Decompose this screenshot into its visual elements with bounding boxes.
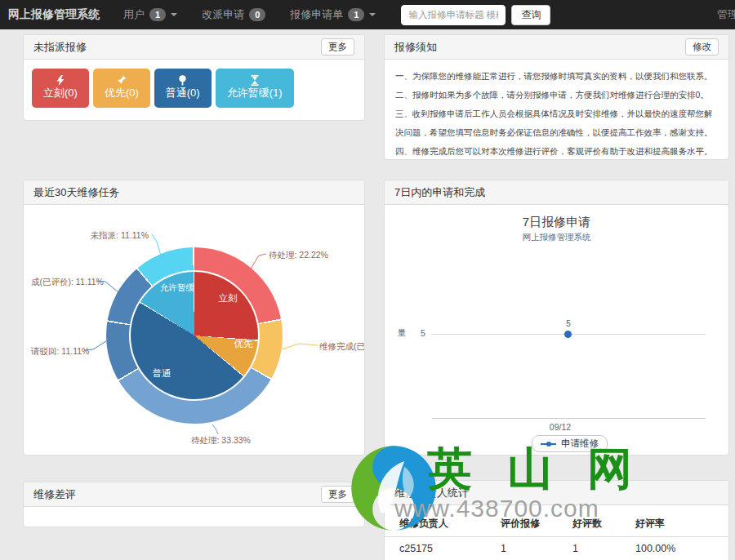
tile-allow-delay[interactable]: 允许暂缓(1) <box>216 69 294 108</box>
chart-subtitle: 网上报修管理系统 <box>385 232 728 243</box>
panel-header: 维修差评 更多 <box>24 482 364 507</box>
panel-title: 未指派报修 <box>33 40 87 55</box>
legend-line-marker-icon <box>541 440 556 447</box>
notice-line: 三、收到报修申请后工作人员会根据具体情况及时安排维修，并以最快的速度帮您解决问题… <box>395 104 718 142</box>
column-header: 好评数 <box>572 511 635 537</box>
staff-stats-table: 维修负责人 评价报修 好评数 好评率 c25175 1 1 100.00% <box>385 511 728 560</box>
orders-count-badge: 1 <box>348 8 364 21</box>
column-header: 维修负责人 <box>385 511 501 537</box>
pie-label-completed-rated-right: 维修完成(已评 <box>319 341 365 353</box>
notice-body: 一、为保障您的维修能正常进行，请您报修时填写真实的资料，以便我们和您联系。 二、… <box>385 60 728 160</box>
tile-label: 普通(0) <box>166 86 200 101</box>
panel-line-chart: 7日内的申请和完成 7日报修申请 网上报修管理系统 量 5 5 09/12 申请… <box>384 180 729 456</box>
panel-header: 最近30天维修任务 <box>24 180 364 205</box>
nav-item-users[interactable]: 用户 1 <box>111 0 189 29</box>
search-input[interactable] <box>401 5 506 25</box>
pie-inner-label-allow-delay: 允许暂缓 <box>160 282 194 294</box>
cell-staff-name: c25175 <box>385 537 501 560</box>
panel-title: 最近30天维修任务 <box>33 185 119 200</box>
pushpin-icon <box>116 75 127 86</box>
panel-pie-chart: 最近30天维修任务 立刻 优先 普通 允许暂缓 未指派: 11.11% 待处理:… <box>23 180 365 456</box>
legend-item-apply-repair[interactable]: 申请维修 <box>532 435 608 452</box>
app-title[interactable]: 网上报修管理系统 <box>0 7 111 22</box>
panel-header: 维修负责人统计 <box>385 481 728 505</box>
tile-label: 允许暂缓(1) <box>227 86 283 101</box>
pie-label-completed-rated-left: 成(已评价): 11.11% <box>31 277 104 288</box>
panel-title: 维修负责人统计 <box>394 486 469 500</box>
column-header: 评价报修 <box>501 511 572 537</box>
panel-header: 未指派报修 更多 <box>24 35 364 60</box>
navbar-search: 查询 <box>401 5 550 25</box>
more-button[interactable]: 更多 <box>321 486 354 503</box>
pie-inner-ring[interactable] <box>129 270 260 401</box>
pie-label-pending-33: 待处理: 33.33% <box>191 435 251 447</box>
nav-item-reassign-requests[interactable]: 改派申请 0 <box>189 0 278 29</box>
panel-title: 7日内的申请和完成 <box>394 185 485 200</box>
bolt-icon <box>56 75 65 86</box>
nav-item-label: 用户 <box>123 7 145 22</box>
x-axis-tick: 09/12 <box>536 422 585 432</box>
cell-rated-repairs: 1 <box>501 537 572 560</box>
panel-header: 报修须知 修改 <box>385 35 728 60</box>
tile-immediate[interactable]: 立刻(0) <box>32 69 89 108</box>
pie-label-rejected: 请驳回: 11.11% <box>31 346 89 358</box>
legend-label: 申请维修 <box>561 438 599 450</box>
reassign-count-badge: 0 <box>249 8 265 21</box>
tile-label: 立刻(0) <box>43 86 78 101</box>
tile-label: 优先(0) <box>105 86 139 101</box>
x-axis-line <box>432 418 706 419</box>
nav-item-admin[interactable]: 管理 <box>717 0 735 29</box>
tree-icon <box>177 75 188 86</box>
data-point[interactable] <box>564 331 572 338</box>
tile-priority[interactable]: 优先(0) <box>93 69 150 108</box>
nav-item-label: 改派申请 <box>202 7 244 22</box>
edit-button[interactable]: 修改 <box>685 38 719 56</box>
hourglass-icon <box>250 75 260 86</box>
column-header: 好评率 <box>635 511 728 537</box>
search-button[interactable]: 查询 <box>511 5 550 25</box>
notice-line: 二、报修时如果为多个故障，请分别报修申请，方便我们对维修进行合理的安排0。 <box>395 86 718 104</box>
tile-normal[interactable]: 普通(0) <box>154 69 212 108</box>
table-header-row: 维修负责人 评价报修 好评数 好评率 <box>385 511 728 537</box>
cell-good-reviews: 1 <box>572 537 635 560</box>
chart-title: 7日报修申请 <box>385 215 728 230</box>
y-axis-tick: 5 <box>421 328 425 338</box>
chevron-down-icon <box>171 13 177 16</box>
panel-staff-stats: 维修负责人统计 维修负责人 评价报修 好评数 好评率 c25175 1 1 10… <box>384 480 729 560</box>
pie-label-unassigned: 未指派: 11.11% <box>91 230 149 242</box>
panel-title: 报修须知 <box>394 40 437 55</box>
panel-header: 7日内的申请和完成 <box>385 180 728 205</box>
panel-repair-notice: 报修须知 修改 一、为保障您的维修能正常进行，请您报修时填写真实的资料，以便我们… <box>384 34 729 160</box>
notice-line: 一、为保障您的维修能正常进行，请您报修时填写真实的资料，以便我们和您联系。 <box>395 67 718 86</box>
priority-tiles: 立刻(0) 优先(0) 普通(0) 允许暂缓(1) <box>24 60 364 117</box>
pie-label-pending-22: 待处理: 22.22% <box>269 250 328 261</box>
panel-title: 维修差评 <box>33 487 76 502</box>
chevron-down-icon <box>369 13 376 16</box>
nav-item-label: 报修申请单 <box>290 7 343 22</box>
users-count-badge: 1 <box>149 8 166 21</box>
cell-good-rate: 100.00% <box>635 537 728 560</box>
pie-inner-label-immediate: 立刻 <box>219 292 238 304</box>
navbar: 网上报修管理系统 用户 1 改派申请 0 报修申请单 1 查询 管理 <box>0 0 735 29</box>
panel-unassigned-repairs: 未指派报修 更多 立刻(0) 优先(0) 普通(0) <box>23 34 365 121</box>
more-button[interactable]: 更多 <box>321 38 354 56</box>
y-axis-title: 量 <box>398 327 407 339</box>
nav-item-repair-orders[interactable]: 报修申请单 1 <box>278 0 388 29</box>
pie-inner-label-priority: 优先 <box>234 338 253 350</box>
pie-inner-label-normal: 普通 <box>153 367 172 380</box>
notice-line: 四、维修完成后您可以对本次维修进行评价，客观评价有助于改进和提高服务水平。 <box>395 142 718 160</box>
panel-bad-reviews: 维修差评 更多 <box>23 482 365 527</box>
data-point-label: 5 <box>555 319 581 328</box>
dashboard-screen: 网上报修管理系统 用户 1 改派申请 0 报修申请单 1 查询 管理 未指派报修… <box>0 0 735 560</box>
table-row: c25175 1 1 100.00% <box>385 537 728 560</box>
